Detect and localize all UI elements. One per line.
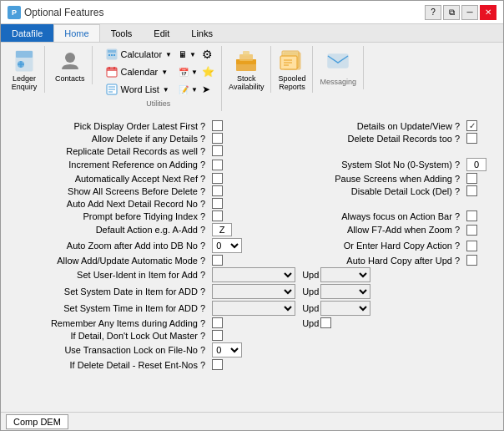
system-slot-label: System Slot No (0-System) ? — [341, 160, 460, 170]
auto-add-next-checkbox[interactable] — [212, 198, 223, 209]
svg-rect-13 — [108, 67, 110, 69]
enter-hard-copy-checkbox[interactable] — [466, 241, 477, 251]
minimize-button[interactable]: ─ — [461, 5, 478, 20]
messaging-group: Messaging — [316, 46, 364, 89]
user-ident-select[interactable] — [212, 267, 295, 282]
utilities-group: Calculator ▼ Calend — [99, 46, 223, 111]
always-focus-checkbox[interactable] — [466, 210, 477, 221]
calendar-button[interactable]: Calendar ▼ — [103, 63, 176, 80]
replicate-checkbox[interactable] — [212, 145, 223, 156]
svg-rect-7 — [108, 50, 116, 53]
system-time-upd-label: Upd — [302, 303, 319, 313]
row-pick-display: Pick Display Order Latest First ? Detail… — [8, 119, 496, 132]
allow-delete-checkbox[interactable] — [212, 133, 223, 144]
auto-mode-checkbox[interactable] — [212, 255, 223, 266]
spooled-reports-button[interactable]: SpooledReports — [275, 46, 313, 93]
svg-rect-29 — [328, 54, 348, 68]
calc-extra-dropdown[interactable]: ▼ — [189, 48, 197, 61]
stock-availability-button[interactable]: StockAvailability — [225, 46, 271, 93]
user-ident-upd-label: Upd — [302, 270, 319, 280]
remember-items-label: Remember Any Items during Adding ? — [51, 318, 205, 328]
status-tab[interactable]: Comp DEM — [6, 414, 68, 429]
tab-home[interactable]: Home — [53, 24, 99, 42]
contacts-button[interactable]: Contacts — [52, 46, 93, 84]
main-content: Pick Display Order Latest First ? Detail… — [1, 114, 503, 412]
title-bar-left: P Optional Features — [8, 6, 103, 19]
svg-rect-9 — [111, 54, 113, 56]
contacts-label: Contacts — [55, 74, 85, 83]
prompt-tidy-checkbox[interactable] — [212, 210, 223, 221]
tab-tools[interactable]: Tools — [100, 24, 144, 42]
auto-zoom-select[interactable]: 0 1 — [212, 238, 242, 253]
pause-screens-checkbox[interactable] — [466, 173, 477, 184]
calendar-extra-dropdown[interactable]: ▼ — [190, 65, 199, 79]
calculator-label: Calculator — [121, 49, 163, 59]
calc-extra-icon: 🖩 — [179, 50, 187, 59]
calculator-dropdown[interactable]: ▼ — [164, 48, 173, 61]
tab-datafile[interactable]: Datafile — [1, 24, 53, 42]
remember-upd-checkbox[interactable] — [320, 317, 331, 328]
ribbon-tabs: Datafile Home Tools Edit Links — [1, 24, 503, 43]
user-ident-label: Set User-Ident in Item for Add ? — [77, 270, 205, 280]
icon-row-3: ➤ — [202, 81, 214, 98]
details-update-checkbox[interactable] — [466, 120, 477, 131]
close-button[interactable]: ✕ — [480, 5, 496, 20]
user-ident-upd-select[interactable] — [320, 267, 370, 282]
utilities-group-items: Calculator ▼ Calend — [103, 46, 215, 98]
default-action-input[interactable] — [212, 223, 232, 236]
increment-checkbox[interactable] — [212, 160, 223, 170]
enter-hard-copy-label: Or Enter Hard Copy Action ? — [344, 241, 460, 251]
icon-row-1: ⚙ — [202, 46, 214, 63]
svg-rect-1 — [16, 51, 33, 58]
messaging-button[interactable] — [321, 46, 355, 76]
row-transaction-lock: Use Transaction Lock on File-No ? 0 1 — [8, 342, 496, 358]
disable-lock-checkbox[interactable] — [466, 185, 477, 196]
row-if-delete-detail: If Delete Detail - Reset Ent-Nos ? — [8, 358, 496, 371]
stock-availability-label: StockAvailability — [229, 74, 264, 91]
system-slot-input[interactable] — [466, 158, 486, 171]
show-all-checkbox[interactable] — [212, 185, 223, 196]
messaging-group-label: Messaging — [320, 78, 356, 86]
if-detail-checkbox[interactable] — [212, 330, 223, 341]
if-delete-detail-checkbox[interactable] — [212, 359, 223, 370]
system-date-select[interactable] — [212, 284, 295, 299]
tab-links[interactable]: Links — [180, 24, 224, 42]
settings-icon: ⚙ — [202, 48, 213, 61]
system-time-upd-select[interactable] — [320, 301, 370, 316]
row-replicate: Replicate Detail Records as well ? — [8, 145, 496, 157]
svg-point-5 — [65, 53, 75, 63]
auto-hard-copy-checkbox[interactable] — [466, 255, 477, 266]
pick-display-label: Pick Display Order Latest First ? — [73, 121, 205, 131]
app-icon: P — [8, 6, 21, 19]
delete-detail-label: Delete Detail Records too ? — [348, 134, 461, 144]
wordlist-button[interactable]: Word List ▼ — [103, 81, 176, 98]
wordlist-dropdown[interactable]: ▼ — [162, 83, 170, 96]
row-auto-add-next: Auto Add Next Detail Record No ? — [8, 197, 496, 210]
spooled-reports-label: SpooledReports — [278, 74, 305, 91]
row-remember-items: Remember Any Items during Adding ? Upd — [8, 317, 496, 329]
help-button[interactable]: ? — [425, 5, 441, 20]
transaction-lock-label: Use Transaction Lock on File-No ? — [64, 345, 205, 355]
system-date-upd-select[interactable] — [320, 284, 370, 299]
wordlist-extra-dropdown[interactable]: ▼ — [190, 83, 199, 96]
user-ident-controls — [212, 267, 295, 282]
ledger-enquiry-button[interactable]: LedgerEnquiry — [8, 46, 45, 93]
svg-rect-8 — [108, 54, 110, 56]
tab-edit[interactable]: Edit — [143, 24, 180, 42]
wordlist-label: Word List — [121, 84, 159, 94]
right-icons-col: ⚙ ⭐ ➤ — [202, 46, 214, 98]
calculator-button[interactable]: Calculator ▼ — [103, 46, 176, 63]
ledger-enquiry-label: LedgerEnquiry — [12, 74, 38, 91]
form-table: Pick Display Order Latest First ? Detail… — [8, 119, 496, 371]
system-time-select[interactable] — [212, 301, 295, 316]
restore-button[interactable]: ⧉ — [443, 5, 460, 20]
auto-accept-checkbox[interactable] — [212, 173, 223, 184]
transaction-lock-select[interactable]: 0 1 — [212, 342, 242, 357]
remember-items-checkbox[interactable] — [212, 317, 223, 328]
delete-detail-checkbox[interactable] — [466, 133, 477, 144]
wordlist-icon — [105, 83, 118, 96]
calendar-dropdown[interactable]: ▼ — [160, 65, 169, 79]
row-auto-zoom: Auto Zoom after Add into DB No ? 0 1 Or … — [8, 237, 496, 254]
pick-display-checkbox[interactable] — [212, 120, 223, 131]
allow-f7-checkbox[interactable] — [466, 225, 477, 236]
